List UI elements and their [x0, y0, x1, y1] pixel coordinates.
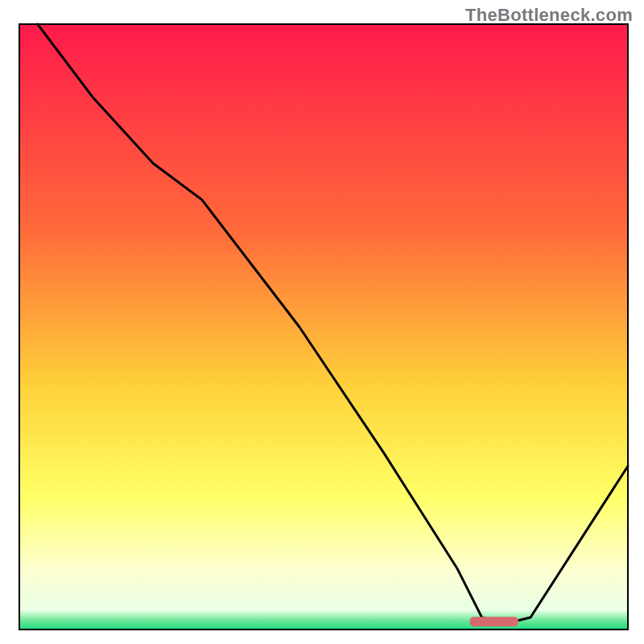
gradient-area — [19, 24, 628, 630]
bottleneck-chart: TheBottleneck.com — [0, 0, 644, 644]
watermark-text: TheBottleneck.com — [465, 5, 633, 26]
chart-svg — [0, 0, 644, 644]
minimum-marker — [469, 617, 518, 626]
